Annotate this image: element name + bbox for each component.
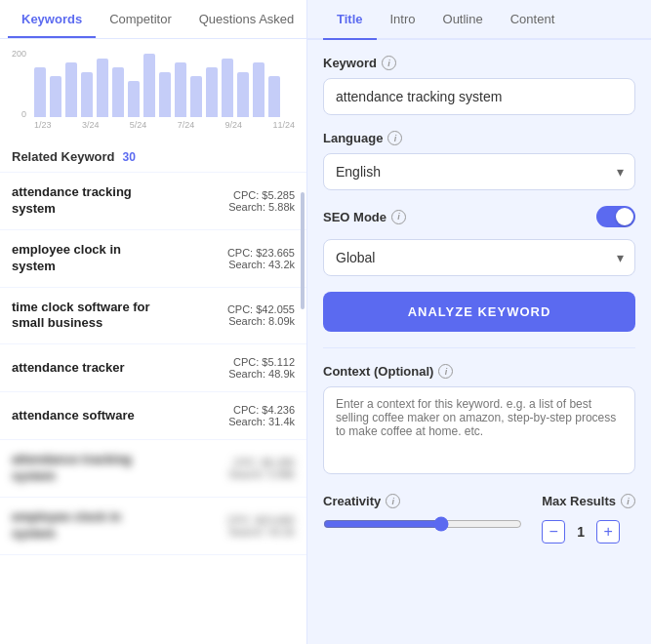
stepper-plus-button[interactable]: + bbox=[596, 520, 620, 543]
creativity-slider[interactable] bbox=[323, 516, 522, 532]
list-item[interactable]: attendance softwareCPC: $4.236Search: 31… bbox=[0, 392, 306, 440]
keyword-item-name: employee clock in system bbox=[12, 242, 168, 275]
chart-bar bbox=[34, 67, 46, 117]
keyword-item-search: Search: 5.88k bbox=[228, 201, 295, 213]
global-select[interactable]: Global United States United Kingdom Cana… bbox=[323, 239, 635, 276]
language-info-icon[interactable]: i bbox=[387, 131, 402, 145]
list-item[interactable]: attendance trackerCPC: $5.112Search: 48.… bbox=[0, 344, 306, 392]
seo-mode-info-icon[interactable]: i bbox=[391, 210, 406, 224]
creativity-row: Creativity i Max Results i − 1 + bbox=[323, 494, 635, 543]
chart-bar bbox=[175, 62, 186, 117]
x-label-5: 9/24 bbox=[225, 120, 243, 130]
tab-keywords[interactable]: Keywords bbox=[8, 0, 96, 38]
keyword-item-cpc: CPC: $23.665 bbox=[227, 247, 295, 259]
keyword-label: Keyword i bbox=[323, 56, 635, 70]
keyword-item-search: Search: 5.88k bbox=[228, 468, 295, 480]
keyword-item-search: Search: 43.2k bbox=[227, 526, 295, 538]
keyword-input[interactable] bbox=[323, 78, 635, 115]
context-info-icon[interactable]: i bbox=[438, 364, 453, 379]
tab-content[interactable]: Content bbox=[497, 0, 569, 38]
max-results-section: Max Results i − 1 + bbox=[542, 494, 635, 543]
chart-bar bbox=[50, 76, 61, 117]
chart-bar bbox=[128, 81, 140, 117]
chart-bar bbox=[206, 67, 218, 117]
left-panel: Keywords Competitor Questions Asked 200 … bbox=[0, 0, 307, 644]
tab-title[interactable]: Title bbox=[323, 0, 377, 38]
creativity-label: Creativity i bbox=[323, 494, 522, 508]
chart-bar bbox=[112, 67, 124, 117]
chart-bar bbox=[65, 62, 77, 117]
chart-bar bbox=[81, 72, 93, 117]
keyword-item-search: Search: 31.4k bbox=[228, 416, 295, 427]
divider bbox=[323, 347, 635, 348]
language-select[interactable]: English Spanish French German Chinese bbox=[323, 153, 635, 190]
scrollbar bbox=[301, 192, 305, 309]
seo-mode-row: SEO Mode i bbox=[323, 206, 635, 227]
context-label: Context (Optional) i bbox=[323, 364, 635, 379]
keyword-item-cpc: CPC: $5.112 bbox=[228, 356, 295, 368]
keyword-item-cpc: CPC: $4.236 bbox=[228, 404, 295, 416]
seo-mode-toggle[interactable] bbox=[596, 206, 635, 227]
x-label-3: 5/24 bbox=[130, 120, 147, 130]
chart-bar bbox=[237, 72, 249, 117]
keyword-item-search: Search: 43.2k bbox=[227, 259, 295, 270]
keyword-item-name: attendance tracking system bbox=[12, 452, 168, 485]
x-label-1: 1/23 bbox=[34, 120, 52, 130]
language-label: Language i bbox=[323, 131, 635, 145]
chart-bar bbox=[268, 76, 280, 117]
keyword-item-cpc: CPC: $23.665 bbox=[227, 514, 295, 526]
chart-bar bbox=[97, 59, 108, 117]
creativity-section: Creativity i bbox=[323, 494, 522, 536]
right-content: Keyword i Language i English Spanish Fre… bbox=[307, 40, 651, 644]
seo-mode-label: SEO Mode i bbox=[323, 210, 406, 224]
right-panel: Title Intro Outline Content Keyword i La… bbox=[307, 0, 651, 644]
keyword-item-name: employee clock in system bbox=[12, 509, 168, 543]
global-select-wrap: Global United States United Kingdom Cana… bbox=[323, 239, 635, 276]
chart-bar bbox=[143, 54, 155, 117]
chart-bar bbox=[222, 59, 233, 117]
keyword-item-cpc: CPC: $5.285 bbox=[228, 189, 295, 201]
keyword-item-name: attendance tracking system bbox=[12, 184, 168, 218]
toggle-knob bbox=[616, 208, 633, 225]
tab-competitor[interactable]: Competitor bbox=[96, 0, 185, 38]
x-label-6: 11/24 bbox=[272, 120, 295, 130]
chart-bars bbox=[34, 49, 295, 117]
chart-bar bbox=[190, 76, 202, 117]
max-results-label: Max Results i bbox=[542, 494, 635, 508]
stepper: − 1 + bbox=[542, 520, 635, 543]
stepper-minus-button[interactable]: − bbox=[542, 520, 565, 543]
related-keyword-title: Related Keyword bbox=[12, 149, 114, 164]
stepper-value: 1 bbox=[571, 524, 590, 540]
related-keyword-count: 30 bbox=[122, 150, 135, 164]
x-label-4: 7/24 bbox=[178, 120, 195, 130]
max-results-info-icon[interactable]: i bbox=[621, 494, 635, 508]
keyword-item-search: Search: 48.9k bbox=[228, 368, 295, 380]
list-item[interactable]: time clock software for small businessCP… bbox=[0, 288, 306, 345]
list-item[interactable]: employee clock in systemCPC: $23.665Sear… bbox=[0, 230, 306, 288]
keyword-list[interactable]: attendance tracking systemCPC: $5.285Sea… bbox=[0, 173, 306, 644]
left-tabs: Keywords Competitor Questions Asked bbox=[0, 0, 306, 39]
keyword-info-icon[interactable]: i bbox=[382, 56, 396, 70]
tab-questions[interactable]: Questions Asked bbox=[185, 0, 308, 38]
x-label-2: 3/24 bbox=[82, 120, 100, 130]
keyword-item-cpc: CPC: $5.285 bbox=[228, 457, 295, 468]
chart-bar bbox=[159, 72, 171, 117]
context-textarea[interactable] bbox=[323, 386, 635, 474]
keyword-item-name: attendance tracker bbox=[12, 360, 125, 377]
keyword-item-name: attendance software bbox=[12, 408, 135, 424]
list-item[interactable]: attendance tracking systemCPC: $5.285Sea… bbox=[0, 173, 306, 230]
chart-bar bbox=[253, 62, 264, 117]
keyword-item-name: time clock software for small business bbox=[12, 300, 168, 333]
tab-outline[interactable]: Outline bbox=[429, 0, 497, 38]
analyze-keyword-button[interactable]: ANALYZE KEYWORD bbox=[323, 292, 635, 332]
creativity-info-icon[interactable]: i bbox=[386, 494, 400, 508]
list-item[interactable]: attendance tracking systemCPC: $5.285Sea… bbox=[0, 440, 306, 498]
tab-intro[interactable]: Intro bbox=[377, 0, 429, 38]
language-select-wrap: English Spanish French German Chinese ▾ bbox=[323, 153, 635, 190]
y-label-0: 0 bbox=[21, 109, 26, 119]
list-item[interactable]: employee clock in systemCPC: $23.665Sear… bbox=[0, 498, 306, 555]
keyword-item-search: Search: 8.09k bbox=[227, 315, 295, 327]
chart-area: 200 0 1/23 3/24 5/24 7/24 9/24 11/24 bbox=[0, 39, 306, 138]
keyword-item-cpc: CPC: $42.055 bbox=[227, 303, 295, 315]
x-labels: 1/23 3/24 5/24 7/24 9/24 11/24 bbox=[34, 120, 295, 130]
